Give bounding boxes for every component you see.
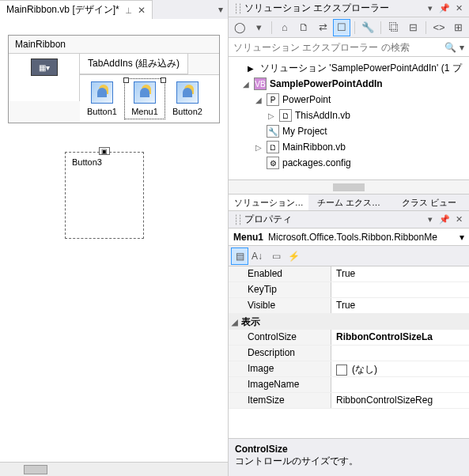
tab-team-explorer[interactable]: チーム エクス… [308, 195, 388, 210]
swatch-icon [336, 365, 347, 376]
tab-solution[interactable]: ソリューション… [229, 195, 308, 210]
help-description: コントロールのサイズです。 [235, 455, 463, 468]
tree-node-thisaddin[interactable]: ▷🗋 ThisAddIn.vb [229, 108, 469, 123]
designer-pane: MainRibbon.vb [デザイン]* ⟂ ✕ ▾ MainRibbon ▦… [0, 0, 229, 476]
ribbon-title: MainRibbon [9, 36, 219, 54]
pin-icon[interactable]: 📌 [439, 3, 450, 13]
menu-item[interactable]: Button3 [66, 153, 143, 172]
alphabetical-icon[interactable]: A↓ [249, 248, 265, 264]
properties-header: ┊┊ プロパティ ▾ 📌 ✕ [229, 211, 469, 229]
property-object-selector[interactable]: Menu1 Microsoft.Office.Tools.Ribbon.Ribb… [229, 229, 469, 246]
tab-dropdown-icon[interactable]: ▾ [218, 4, 223, 15]
panel-title-text: プロパティ [244, 213, 292, 226]
pin-icon[interactable]: ⟂ [126, 5, 131, 16]
office-app-button[interactable]: ▦▾ [31, 59, 58, 76]
property-pages-icon[interactable]: ▭ [268, 248, 284, 264]
prop-row-image[interactable]: Image(なし) [229, 361, 469, 377]
tree-node-powerpoint[interactable]: ◢P PowerPoint [229, 92, 469, 108]
prop-row-controlsize[interactable]: ControlSizeRibbonControlSizeLa [229, 330, 469, 346]
doc-icon[interactable]: 🗋 [296, 20, 312, 36]
home-icon[interactable]: ⌂ [277, 20, 293, 36]
prop-row-description[interactable]: Description [229, 346, 469, 361]
property-grid: EnabledTrue KeyTip VisibleTrue ◢表示 Contr… [229, 266, 469, 438]
prop-row-itemsize[interactable]: ItemSizeRibbonControlSizeReg [229, 393, 469, 409]
image-icon [176, 81, 199, 104]
solution-tree: ▶ ソリューション 'SamplePowerPointAddIn' (1 プ ◢… [229, 57, 469, 179]
showall-icon[interactable]: ⊟ [405, 20, 421, 36]
solution-toolbar: ◯ ▾ ⌂ 🗋 ⇄ ☐ 🔧 ⿻ ⊟ <> ⊞ [229, 17, 469, 38]
horizontal-scrollbar[interactable] [0, 462, 228, 476]
forward-icon[interactable]: ▾ [251, 20, 267, 36]
document-tab-bar: MainRibbon.vb [デザイン]* ⟂ ✕ ▾ [0, 0, 228, 19]
properties-panel: ┊┊ プロパティ ▾ 📌 ✕ Menu1 Microsoft.Office.To… [229, 211, 469, 476]
search-icon[interactable]: 🔍 [444, 42, 456, 53]
pin-icon[interactable]: 📌 [439, 214, 450, 225]
solution-search: 🔍 ▾ [229, 38, 469, 57]
categorized-icon[interactable]: ▤ [232, 248, 248, 264]
designer-surface[interactable]: MainRibbon ▦▾ TabAddIns (組み込み) Button1 [0, 19, 228, 462]
ribbon-component[interactable]: MainRibbon ▦▾ TabAddIns (組み込み) Button1 [8, 35, 220, 123]
prop-row-enabled[interactable]: EnabledTrue [229, 266, 469, 282]
ribbon-tab[interactable]: TabAddIns (組み込み) [80, 54, 188, 74]
chevron-down-icon[interactable]: ▾ [460, 42, 464, 53]
panel-title-text: ソリューション エクスプローラー [244, 2, 389, 15]
tree-scrollbar[interactable] [229, 179, 469, 194]
close-icon[interactable]: ✕ [138, 5, 146, 16]
dropdown-icon[interactable]: ▾ [425, 214, 436, 225]
property-help: ControlSize コントロールのサイズです。 [229, 438, 469, 476]
tab-class-view[interactable]: クラス ビュー [389, 195, 469, 210]
tree-node-mainribbon[interactable]: ▷🗋 MainRibbon.vb [229, 139, 469, 155]
dropdown-icon[interactable]: ▾ [425, 3, 436, 13]
right-pane: ┊┊ ソリューション エクスプローラー ▾ 📌 ✕ ◯ ▾ ⌂ 🗋 ⇄ ☐ 🔧 … [229, 0, 469, 476]
solution-explorer-header: ┊┊ ソリューション エクスプローラー ▾ 📌 ✕ [229, 0, 469, 17]
drag-handle-icon[interactable]: ▣ [99, 147, 110, 155]
document-tab[interactable]: MainRibbon.vb [デザイン]* ⟂ ✕ [0, 0, 153, 19]
tree-node-myproject[interactable]: 🔧 My Project [229, 123, 469, 139]
solution-node[interactable]: ▶ ソリューション 'SamplePowerPointAddIn' (1 プ [229, 60, 469, 76]
back-icon[interactable]: ◯ [232, 20, 248, 36]
menu-dropdown-designer[interactable]: ▣ Button3 [65, 152, 144, 239]
events-icon[interactable]: ⚡ [286, 248, 301, 264]
ribbon-menu-1[interactable]: Menu1 [126, 80, 164, 118]
scope-icon[interactable]: ☐ [334, 20, 350, 36]
image-icon [134, 81, 156, 104]
help-name: ControlSize [235, 444, 463, 455]
search-input[interactable] [233, 42, 441, 53]
ribbon-button-1[interactable]: Button1 [83, 80, 121, 118]
ribbon-button-2[interactable]: Button2 [168, 80, 206, 118]
prop-row-imagename[interactable]: ImageName [229, 377, 469, 393]
image-icon [91, 81, 113, 104]
prop-category-display[interactable]: ◢表示 [229, 314, 469, 330]
sync-icon[interactable]: ⇄ [315, 20, 331, 36]
grip-icon: ┊┊ [233, 3, 241, 14]
properties-icon[interactable]: ⊞ [450, 20, 466, 36]
prop-row-keytip[interactable]: KeyTip [229, 282, 469, 298]
prop-row-visible[interactable]: VisibleTrue [229, 298, 469, 314]
panel-tabs: ソリューション… チーム エクス… クラス ビュー [229, 194, 469, 211]
document-tab-title: MainRibbon.vb [デザイン]* [6, 3, 119, 17]
copy-icon[interactable]: ⿻ [386, 20, 402, 36]
code-icon[interactable]: <> [431, 20, 447, 36]
close-icon[interactable]: ✕ [453, 3, 464, 13]
ribbon-app-area: ▦▾ [9, 54, 80, 101]
grip-icon: ┊┊ [233, 214, 241, 225]
close-icon[interactable]: ✕ [453, 214, 464, 225]
wrench-icon[interactable]: 🔧 [360, 20, 376, 36]
properties-toolbar: ▤ A↓ ▭ ⚡ [229, 246, 469, 266]
project-node[interactable]: ◢VB SamplePowerPointAddIn [229, 76, 469, 92]
tree-node-packages[interactable]: ⚙ packages.config [229, 155, 469, 171]
